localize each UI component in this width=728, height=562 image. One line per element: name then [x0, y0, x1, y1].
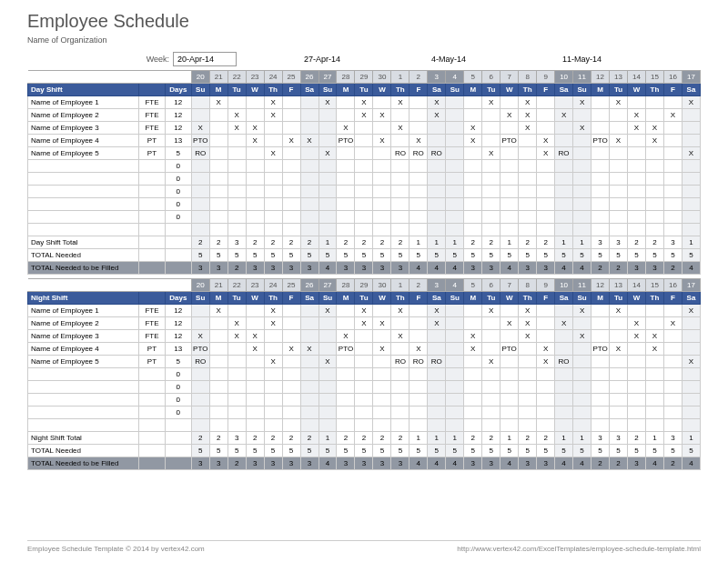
day-cell: [645, 224, 663, 236]
mark-cell: X: [355, 96, 373, 109]
day-cell: [519, 394, 537, 406]
day-cell: [500, 394, 519, 406]
employee-row: Name of Employee 5PT5ROXXROROROXXROX: [28, 147, 701, 160]
day-cell: 5: [318, 445, 337, 457]
day-cell: [555, 406, 573, 419]
day-cell: [500, 224, 519, 236]
day-cell: [663, 419, 682, 432]
date-num: 23: [246, 71, 264, 84]
employee-row: Name of Employee 1FTE12XXXXXXXXXXX: [28, 305, 701, 317]
day-cell: [482, 186, 500, 198]
mark-cell: [519, 147, 537, 160]
mark-cell: [282, 356, 300, 368]
employee-days: 5: [165, 147, 191, 160]
date-num: 28: [337, 279, 355, 292]
day-cell: [682, 160, 700, 173]
mark-cell: [573, 135, 592, 147]
mark-cell: X: [228, 122, 246, 135]
mark-cell: [464, 147, 482, 160]
mark-cell: X: [282, 343, 300, 356]
day-cell: [446, 198, 464, 211]
day-cell: [282, 224, 300, 236]
day-cell: [627, 406, 645, 419]
mark-cell: [209, 122, 228, 135]
employee-row: Name of Employee 2FTE12XXXXXXXXXX: [28, 317, 701, 330]
day-cell: [592, 211, 610, 224]
mark-cell: [428, 122, 446, 135]
fill-cell: 4: [573, 262, 592, 275]
week-start-input[interactable]: [173, 52, 237, 66]
day-cell: [337, 406, 355, 419]
mark-cell: [682, 330, 700, 343]
day-cell: [246, 406, 264, 419]
mark-cell: [645, 356, 663, 368]
day-cell: 2: [537, 236, 555, 249]
mark-cell: [482, 317, 500, 330]
mark-cell: [555, 343, 573, 356]
shift-header: Day ShiftDaysSuMTuWThFSaSuMTuWThFSaSuMTu…: [28, 84, 701, 96]
mark-cell: [373, 96, 391, 109]
day-cell: [264, 198, 282, 211]
mark-cell: X: [264, 147, 282, 160]
mark-cell: X: [464, 135, 482, 147]
fill-cell: 4: [446, 262, 464, 275]
fill-cell: 3: [264, 262, 282, 275]
day-cell: [500, 381, 519, 394]
mark-cell: [627, 135, 645, 147]
day-cell: [573, 160, 592, 173]
day-cell: [391, 224, 410, 236]
day-cell: [482, 368, 500, 381]
shift-total-label: Day Shift Total: [28, 236, 139, 249]
day-cell: [337, 173, 355, 186]
day-cell: [410, 211, 428, 224]
day-cell: [191, 173, 209, 186]
day-cell: 3: [663, 432, 682, 445]
day-cell: [246, 198, 264, 211]
needed-label: TOTAL Needed: [28, 445, 139, 457]
day-cell: [428, 368, 446, 381]
mark-cell: X: [537, 147, 555, 160]
day-cell: [519, 224, 537, 236]
mark-cell: [318, 317, 337, 330]
day-abbr: Su: [446, 292, 464, 305]
day-abbr: Tu: [228, 292, 246, 305]
day-cell: 1: [645, 432, 663, 445]
day-cell: 2: [391, 432, 410, 445]
day-abbr: Su: [191, 84, 209, 96]
day-abbr: M: [592, 84, 610, 96]
day-cell: [627, 224, 645, 236]
mark-cell: [592, 330, 610, 343]
date-num: 23: [246, 279, 264, 292]
day-cell: [410, 419, 428, 432]
mark-cell: [209, 343, 228, 356]
day-cell: 1: [555, 236, 573, 249]
mark-cell: [663, 330, 682, 343]
day-cell: [318, 224, 337, 236]
day-cell: [555, 368, 573, 381]
day-cell: [246, 394, 264, 406]
mark-cell: X: [573, 122, 592, 135]
day-cell: [663, 381, 682, 394]
day-cell: 2: [246, 236, 264, 249]
day-abbr: F: [282, 292, 300, 305]
mark-cell: [300, 330, 318, 343]
day-cell: 5: [573, 249, 592, 262]
day-cell: [645, 419, 663, 432]
mark-cell: [373, 305, 391, 317]
mark-cell: X: [355, 109, 373, 122]
day-cell: 2: [209, 432, 228, 445]
day-cell: [645, 211, 663, 224]
date-num: 15: [645, 279, 663, 292]
day-cell: [592, 198, 610, 211]
day-cell: [627, 160, 645, 173]
cell: [139, 406, 166, 419]
cell: [139, 262, 166, 275]
day-cell: [500, 173, 519, 186]
mark-cell: [682, 343, 700, 356]
footer-link[interactable]: http://www.vertex42.com/ExcelTemplates/e…: [457, 545, 701, 553]
mark-cell: [391, 135, 410, 147]
day-cell: [573, 211, 592, 224]
mark-cell: [337, 317, 355, 330]
day-cell: [355, 160, 373, 173]
day-cell: [410, 186, 428, 198]
